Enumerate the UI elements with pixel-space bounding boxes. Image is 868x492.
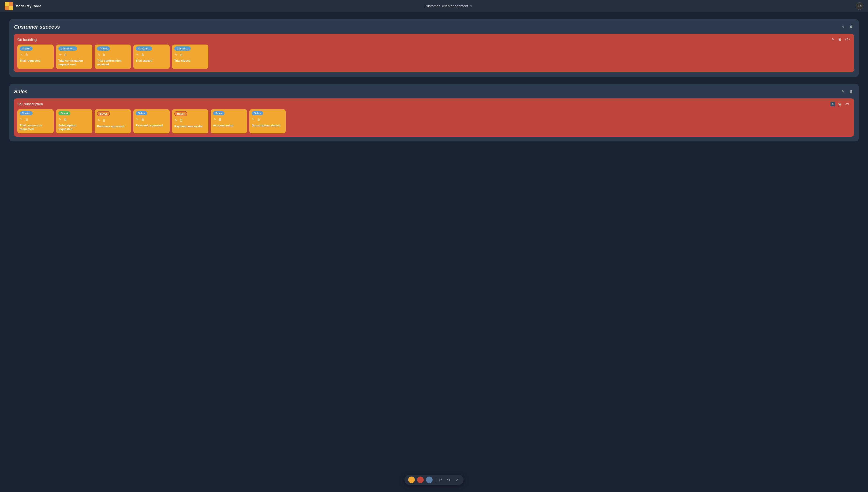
card-trial-requested-icons: ✎ 🗑 bbox=[20, 52, 51, 57]
card-tconv-header: Trialist bbox=[20, 111, 51, 115]
card-pa-header: Buyer bbox=[97, 111, 129, 116]
section-on-boarding-title: On boarding bbox=[17, 38, 37, 42]
card-tcr-icons: ✎ 🗑 bbox=[97, 52, 129, 57]
card-pr-delete-button[interactable]: 🗑 bbox=[141, 117, 145, 122]
card-ss-icons: ✎ 🗑 bbox=[252, 117, 283, 122]
card-tcrs-delete-button[interactable]: 🗑 bbox=[63, 52, 67, 57]
app-name: Model My Code bbox=[16, 4, 41, 8]
fullscreen-button[interactable]: ⤢ bbox=[454, 477, 460, 483]
card-ts-label: Trial started bbox=[136, 59, 167, 63]
card-ss-delete-button[interactable]: 🗑 bbox=[257, 117, 261, 122]
card-tcrs-label: Trial confirmation request sent bbox=[58, 59, 90, 67]
bottom-toolbar: ↩ ↪ ⤢ bbox=[405, 475, 463, 485]
group-sales-edit-button[interactable]: ✎ bbox=[841, 89, 845, 94]
card-trial-conversion-requested: Trialist ✎ 🗑 Trial conversion requested bbox=[17, 109, 54, 133]
card-tcrs-edit-button[interactable]: ✎ bbox=[58, 52, 62, 57]
card-tcrs-icons: ✎ 🗑 bbox=[58, 52, 90, 57]
group-sales-delete-button[interactable]: 🗑 bbox=[848, 89, 854, 94]
external-link-icon[interactable]: ✎ bbox=[470, 4, 473, 8]
card-trial-requested-delete-button[interactable]: 🗑 bbox=[25, 52, 29, 57]
group-sales-header: Sales ✎ 🗑 bbox=[14, 89, 854, 95]
card-ps-icons: ✎ 🗑 bbox=[174, 118, 206, 123]
card-tc-icons: ✎ 🗑 bbox=[174, 52, 206, 57]
card-ts-edit-button[interactable]: ✎ bbox=[136, 52, 139, 57]
card-tcr-delete-button[interactable]: 🗑 bbox=[102, 52, 106, 57]
card-trial-requested-edit-button[interactable]: ✎ bbox=[20, 52, 23, 57]
color-orange-button[interactable] bbox=[408, 476, 415, 483]
card-ts-delete-button[interactable]: 🗑 bbox=[141, 52, 145, 57]
card-pr-edit-button[interactable]: ✎ bbox=[136, 117, 139, 122]
card-tcr-edit-button[interactable]: ✎ bbox=[97, 52, 101, 57]
card-sr-label: Subscription requested bbox=[58, 124, 90, 131]
card-ps-delete-button[interactable]: 🗑 bbox=[179, 118, 183, 123]
section-sell-subscription-header: Sell subscription ✎ 🗑 </> bbox=[17, 102, 851, 106]
card-tc-delete-button[interactable]: 🗑 bbox=[179, 52, 183, 57]
main-canvas: Customer success ✎ 🗑 On boarding ✎ 🗑 </> bbox=[0, 12, 868, 148]
card-account-setup: Sales ✎ 🗑 Account setup bbox=[211, 109, 247, 133]
card-tcrs-header: Customer... bbox=[58, 46, 90, 51]
on-boarding-cards-row: Trialist ✎ 🗑 Trial requested Customer...… bbox=[17, 45, 851, 69]
card-tconv-role: Trialist bbox=[20, 111, 32, 115]
card-pa-delete-button[interactable]: 🗑 bbox=[102, 118, 106, 123]
card-sr-icons: ✎ 🗑 bbox=[58, 117, 90, 122]
card-tconv-icons: ✎ 🗑 bbox=[20, 117, 51, 122]
card-trial-started: Custom... ✎ 🗑 Trial started bbox=[133, 45, 170, 69]
header-left: Model My Code bbox=[5, 2, 41, 10]
card-subscription-started: Sales ✎ 🗑 Subscription started bbox=[249, 109, 286, 133]
card-tconv-delete-button[interactable]: 🗑 bbox=[25, 117, 29, 122]
card-tc-header: Custom... bbox=[174, 46, 206, 51]
card-ss-edit-button[interactable]: ✎ bbox=[252, 117, 255, 122]
section-sell-subscription: Sell subscription ✎ 🗑 </> Trialist ✎ 🗑 bbox=[14, 98, 854, 137]
section-on-boarding: On boarding ✎ 🗑 </> Trialist ✎ 🗑 bbox=[14, 34, 854, 72]
section-sell-subscription-delete-button[interactable]: 🗑 bbox=[837, 102, 842, 106]
card-ts-role: Custom... bbox=[136, 46, 152, 51]
sell-subscription-cards-row: Trialist ✎ 🗑 Trial conversion requested … bbox=[17, 109, 851, 133]
group-sales-title: Sales bbox=[14, 89, 28, 95]
card-sr-delete-button[interactable]: 🗑 bbox=[63, 117, 67, 122]
card-as-edit-button[interactable]: ✎ bbox=[213, 117, 216, 122]
group-customer-success-delete-button[interactable]: 🗑 bbox=[848, 24, 854, 29]
group-customer-success: Customer success ✎ 🗑 On boarding ✎ 🗑 </> bbox=[9, 19, 859, 77]
header-center: Customer Self Management ✎ bbox=[425, 4, 473, 8]
app-header: Model My Code Customer Self Management ✎… bbox=[0, 0, 868, 12]
section-on-boarding-delete-button[interactable]: 🗑 bbox=[837, 37, 842, 42]
card-ps-edit-button[interactable]: ✎ bbox=[174, 118, 178, 123]
card-tcrs-role: Customer... bbox=[58, 46, 77, 51]
card-payment-requested: Sales ✎ 🗑 Payment requested bbox=[133, 109, 170, 133]
card-trial-confirmation-request-sent: Customer... ✎ 🗑 Trial confirmation reque… bbox=[56, 45, 92, 69]
card-pa-role: Buyer bbox=[97, 111, 110, 116]
group-customer-success-title: Customer success bbox=[14, 24, 60, 30]
section-sell-subscription-code-button[interactable]: </> bbox=[844, 102, 851, 106]
color-red-button[interactable] bbox=[417, 476, 424, 483]
card-as-icons: ✎ 🗑 bbox=[213, 117, 245, 122]
card-purchase-approved: Buyer ✎ 🗑 Purchase approved bbox=[95, 109, 131, 133]
card-ss-role: Sales bbox=[252, 111, 263, 115]
card-as-role: Sales bbox=[213, 111, 225, 115]
card-ss-label: Subscription started bbox=[252, 124, 283, 127]
card-pr-icons: ✎ 🗑 bbox=[136, 117, 167, 122]
card-pa-edit-button[interactable]: ✎ bbox=[97, 118, 101, 123]
section-on-boarding-edit-button[interactable]: ✎ bbox=[831, 37, 835, 42]
section-sell-subscription-actions: ✎ 🗑 </> bbox=[831, 102, 851, 106]
card-ps-header: Buyer bbox=[174, 111, 206, 116]
card-ts-header: Custom... bbox=[136, 46, 167, 51]
color-blue-button[interactable] bbox=[426, 476, 433, 483]
card-tconv-edit-button[interactable]: ✎ bbox=[20, 117, 23, 122]
card-sr-edit-button[interactable]: ✎ bbox=[58, 117, 62, 122]
card-pr-role: Sales bbox=[136, 111, 147, 115]
group-customer-success-edit-button[interactable]: ✎ bbox=[841, 24, 845, 30]
card-as-delete-button[interactable]: 🗑 bbox=[218, 117, 222, 122]
card-tc-edit-button[interactable]: ✎ bbox=[174, 52, 178, 57]
redo-button[interactable]: ↪ bbox=[446, 477, 452, 483]
card-ss-header: Sales bbox=[252, 111, 283, 115]
card-pa-icons: ✎ 🗑 bbox=[97, 118, 129, 123]
section-on-boarding-code-button[interactable]: </> bbox=[844, 37, 851, 42]
undo-button[interactable]: ↩ bbox=[437, 477, 443, 483]
card-ps-role: Buyer bbox=[174, 111, 187, 116]
section-sell-subscription-edit-button[interactable]: ✎ bbox=[831, 102, 835, 106]
card-trial-requested-label: Trial requested bbox=[20, 59, 51, 63]
card-tcr-label: Trial confirmation received bbox=[97, 59, 129, 67]
card-pr-label: Payment requested bbox=[136, 124, 167, 127]
avatar[interactable]: AN bbox=[856, 2, 863, 10]
group-customer-success-actions: ✎ 🗑 bbox=[841, 24, 854, 30]
